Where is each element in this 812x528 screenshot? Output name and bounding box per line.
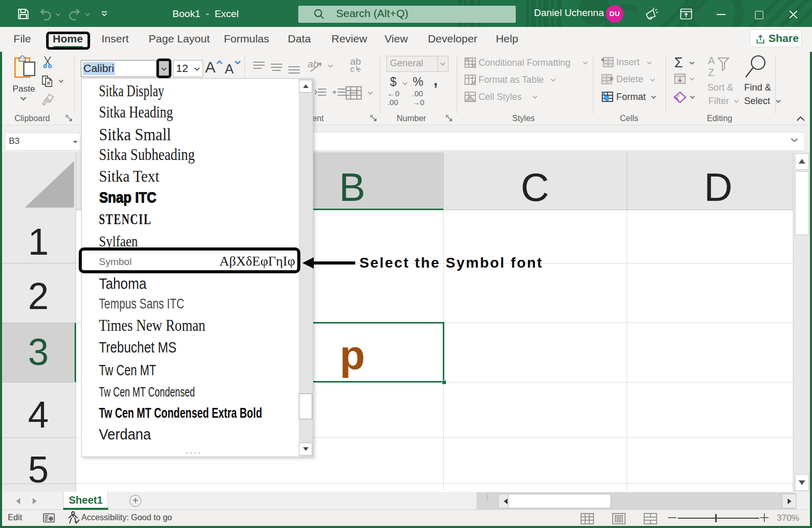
svg-text:c: c — [350, 65, 355, 74]
svg-text:ab: ab — [308, 58, 318, 69]
